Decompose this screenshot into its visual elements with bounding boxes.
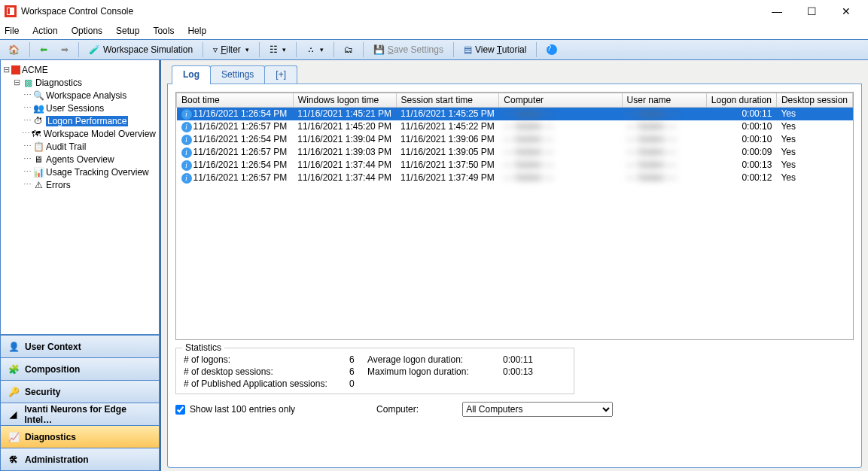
save-settings-button[interactable]: 💾Save Settings (368, 41, 449, 58)
tree-item-label: Agents Overview (46, 154, 114, 165)
home-icon: 🏠 (8, 44, 20, 55)
org-button[interactable]: ⛬▾ (301, 41, 329, 58)
close-button[interactable]: ✕ (829, 0, 863, 23)
table-row[interactable]: i11/16/2021 1:26:57 PM11/16/2021 1:45:20… (177, 120, 853, 133)
col-computer[interactable]: Computer (499, 93, 622, 108)
tree-item-errors[interactable]: ⋯⚠Errors (1, 178, 159, 191)
separator (333, 42, 334, 57)
stat-max-label: Maximum logon duration: (367, 366, 488, 377)
col-boot-time[interactable]: Boot time (177, 93, 294, 108)
tree-root[interactable]: ⊟ACME (1, 63, 159, 76)
workspace-simulation-label: Workspace Simulation (103, 44, 193, 55)
table-row[interactable]: i11/16/2021 1:26:57 PM11/16/2021 1:39:03… (177, 146, 853, 159)
tree-item-agents-overview[interactable]: ⋯🖥Agents Overview (1, 153, 159, 166)
stat-pub-value: 0 (349, 378, 367, 389)
tree-item-label: User Sessions (46, 103, 104, 114)
col-logon-duration[interactable]: Logon duration (706, 93, 776, 108)
tab-[interactable]: [+] (264, 65, 297, 84)
col-user-name[interactable]: User name (622, 93, 706, 108)
nav-composition[interactable]: 🧩Composition (1, 357, 159, 380)
info-icon: i (181, 135, 192, 145)
maximize-button[interactable]: ☐ (794, 0, 829, 23)
nav-icon: 👤 (7, 340, 20, 354)
org-icon: ⛬ (306, 44, 315, 55)
col-desktop-session[interactable]: Desktop session (776, 93, 852, 108)
stat-logons-label: # of logons: (184, 354, 349, 365)
tree-item-usage-tracking-overview[interactable]: ⋯📊Usage Tracking Overview (1, 166, 159, 178)
cell-user: — hidden — (622, 133, 706, 146)
layout-button[interactable]: ☷▾ (264, 41, 291, 58)
tree-item-label: Workspace Model Overview (44, 129, 156, 139)
stat-desktop-value: 6 (349, 366, 367, 377)
separator (78, 42, 79, 57)
cell-user: — hidden — (622, 120, 706, 133)
cell-desk: Yes (776, 120, 852, 133)
nav-ivanti-neurons-for-edge-intel-[interactable]: ◢Ivanti Neurons for Edge Intel… (1, 403, 159, 425)
view-tutorial-button[interactable]: ▤View Tutorial (458, 41, 532, 58)
menu-setup[interactable]: Setup (116, 26, 139, 36)
tree-group-diagnostics[interactable]: ⊟▩Diagnostics (1, 76, 159, 89)
menu-help[interactable]: Help (187, 26, 206, 36)
table-row[interactable]: i11/16/2021 1:26:54 PM11/16/2021 1:39:04… (177, 133, 853, 146)
table-row[interactable]: i11/16/2021 1:26:54 PM11/16/2021 1:37:44… (177, 159, 853, 172)
tree-item-icon: 📊 (32, 166, 44, 178)
tree-item-workspace-analysis[interactable]: ⋯🔍Workspace Analysis (1, 89, 159, 102)
content-panel: LogSettings[+] Boot timeWindows logon ti… (161, 60, 868, 471)
filter-button[interactable]: ▿Filter▾ (208, 41, 254, 58)
table-row[interactable]: i11/16/2021 1:26:54 PM11/16/2021 1:45:21… (177, 108, 853, 120)
info-icon: i (181, 160, 192, 171)
tree-item-audit-trail[interactable]: ⋯📋Audit Trail (1, 140, 159, 153)
tree-item-icon: ⏱ (32, 115, 44, 127)
funnel-icon: ▿ (213, 44, 218, 55)
cell-desk: Yes (776, 159, 852, 172)
nav-icon: 🛠 (7, 453, 20, 466)
tab-label: Log (183, 69, 199, 80)
info-icon: i (181, 173, 192, 184)
workspace-simulation-button[interactable]: 🧪Workspace Simulation (84, 41, 198, 58)
export-button[interactable]: 🗂 (339, 41, 358, 58)
tree-item-user-sessions[interactable]: ⋯👥User Sessions (1, 102, 159, 114)
cell-sstart: 11/16/2021 1:45:25 PM (396, 108, 499, 120)
table-row[interactable]: i11/16/2021 1:26:57 PM11/16/2021 1:37:44… (177, 172, 853, 184)
show-last-100-checkbox[interactable]: Show last 100 entries only (175, 404, 295, 415)
log-grid[interactable]: Boot timeWindows logon timeSession start… (175, 92, 854, 340)
cell-user: — hidden — (622, 108, 706, 120)
tab-log[interactable]: Log (172, 65, 211, 84)
tab-settings[interactable]: Settings (210, 65, 265, 84)
stat-pub-label: # of Published Application sessions: (184, 378, 349, 389)
stat-logons-value: 6 (349, 354, 367, 365)
back-button[interactable]: ⬅ (35, 41, 53, 58)
save-icon: 💾 (373, 44, 385, 55)
cell-comp: — hidden — (499, 159, 622, 172)
tree-item-workspace-model-overview[interactable]: ⋯🗺Workspace Model Overview (1, 127, 159, 140)
menu-tools[interactable]: Tools (153, 26, 174, 36)
nav-security[interactable]: 🔑Security (1, 380, 159, 403)
minimize-button[interactable]: — (760, 0, 794, 23)
menu-action[interactable]: Action (32, 26, 57, 36)
simulation-icon: 🧪 (89, 44, 100, 55)
app-icon (5, 5, 17, 17)
cell-boot: i11/16/2021 1:26:57 PM (177, 146, 294, 159)
nav-label: Diagnostics (25, 432, 76, 442)
help-button[interactable]: ? (541, 41, 562, 58)
nav-administration[interactable]: 🛠Administration (1, 448, 159, 470)
stat-max-value: 0:00:13 (488, 366, 533, 377)
arrow-left-icon: ⬅ (40, 44, 47, 55)
tree-item-icon: 👥 (32, 102, 44, 114)
nav-user-context[interactable]: 👤User Context (1, 335, 159, 357)
home-button[interactable]: 🏠 (3, 41, 25, 58)
menu-options[interactable]: Options (72, 26, 102, 36)
nav-diagnostics[interactable]: 📈Diagnostics (1, 425, 159, 448)
tree-view[interactable]: ⊟ACME ⊟▩Diagnostics ⋯🔍Workspace Analysis… (0, 60, 160, 335)
cell-sstart: 11/16/2021 1:37:50 PM (396, 159, 499, 172)
tree-item-logon-performance[interactable]: ⋯⏱Logon Performance (1, 114, 159, 127)
cell-user: — hidden — (622, 159, 706, 172)
cell-sstart: 11/16/2021 1:39:06 PM (396, 133, 499, 146)
computer-select[interactable]: All Computers (462, 402, 613, 417)
help-icon: ? (547, 44, 557, 55)
forward-button[interactable]: ➡ (56, 41, 74, 58)
footer-row: Show last 100 entries only Computer: All… (175, 400, 854, 420)
menu-file[interactable]: File (5, 26, 19, 36)
col-windows-logon-time[interactable]: Windows logon time (293, 93, 396, 108)
col-session-start-time[interactable]: Session start time (396, 93, 499, 108)
